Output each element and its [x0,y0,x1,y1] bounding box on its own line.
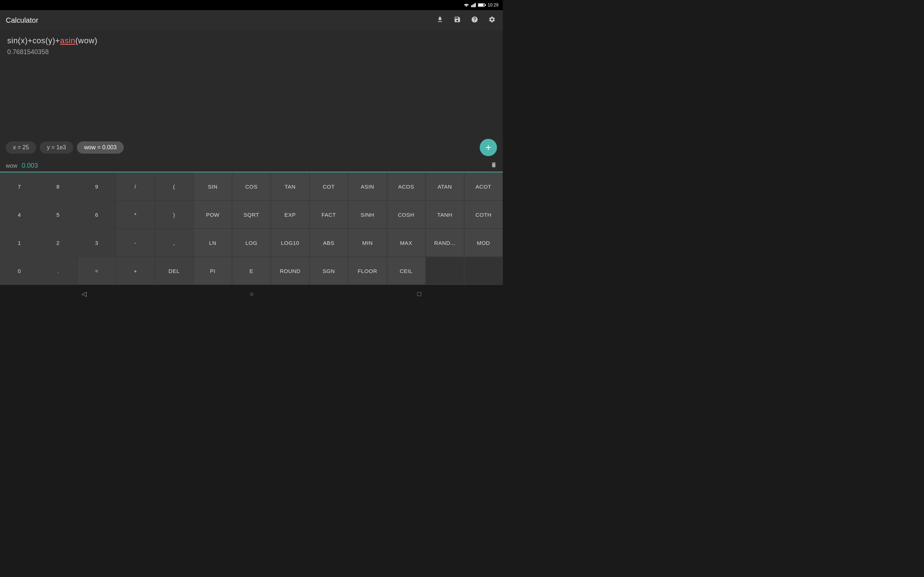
result-display: 0.7681540358 [7,48,496,56]
key-max-2-10[interactable]: MAX [387,229,426,257]
key-sqrt-1-6[interactable]: SQRT [232,200,271,229]
keyboard-row-2: 123-,LNLOGLOG10ABSMINMAXRAND...MOD [0,229,503,257]
key-sin-0-5[interactable]: SIN [194,172,232,200]
signal-icon [471,3,476,7]
svg-rect-3 [475,3,476,7]
key-1-2-0[interactable]: 1 [0,229,39,257]
key-del-3-4[interactable]: DEL [155,257,194,285]
key-ceil-3-10[interactable]: CEIL [387,257,426,285]
key-6-1-2[interactable]: 6 [77,200,116,229]
variables-row: x = 25y = 1e3wow = 0.003 + [0,135,503,160]
key-cot-0-8[interactable]: COT [309,172,348,200]
key-9-0-2[interactable]: 9 [77,172,116,200]
keyboard: 789/(SINCOSTANCOTASINACOSATANACOT456*)PO… [0,172,503,285]
key---2-3[interactable]: - [116,229,155,257]
svg-rect-1 [472,5,473,7]
home-nav-button[interactable]: ○ [249,289,255,299]
key-7-0-0[interactable]: 7 [0,172,39,200]
app-bar: Calculator [0,10,503,30]
key-exp-1-7[interactable]: EXP [271,200,309,229]
keyboard-row-1: 456*)POWSQRTEXPFACTSINHCOSHTANHCOTH [0,200,503,229]
svg-rect-0 [471,5,472,7]
keyboard-row-3: 0.=+DELPIEROUNDSGNFLOORCEIL [0,257,503,285]
key-5-1-1[interactable]: 5 [39,200,77,229]
var-pill-1[interactable]: y = 1e3 [40,141,73,154]
key-floor-3-9[interactable]: FLOOR [348,257,386,285]
key---1-3[interactable]: * [116,200,155,229]
key--3-12 [464,257,503,285]
svg-rect-5 [485,4,486,6]
key-cosh-1-10[interactable]: COSH [387,200,426,229]
key-2-2-1[interactable]: 2 [39,229,77,257]
key-min-2-9[interactable]: MIN [348,229,386,257]
key-log10-2-7[interactable]: LOG10 [271,229,309,257]
key-sinh-1-9[interactable]: SINH [348,200,386,229]
back-nav-button[interactable]: ◁ [80,288,88,299]
var-value-input[interactable] [22,162,486,169]
expression-after-underline: (wow) [76,36,97,45]
save-button[interactable] [452,15,462,26]
var-pill-0[interactable]: x = 25 [6,141,36,154]
expression-underlined: asin [60,36,75,45]
app-bar-actions [435,15,497,26]
key-e-3-6[interactable]: E [232,257,271,285]
main-content: 10:29 Calculator [0,0,503,303]
var-pill-2[interactable]: wow = 0.003 [77,141,124,154]
key---3-1[interactable]: . [39,257,77,285]
status-time: 10:29 [488,3,498,8]
key-0-3-0[interactable]: 0 [0,257,39,285]
key---0-3[interactable]: / [116,172,155,200]
key-pow-1-5[interactable]: POW [194,200,232,229]
key-atan-0-11[interactable]: ATAN [426,172,464,200]
key---0-4[interactable]: ( [155,172,194,200]
status-icons: 10:29 [464,3,498,8]
key---3-2[interactable]: = [77,257,116,285]
settings-button[interactable] [487,15,497,26]
recent-nav-button[interactable]: □ [416,289,423,299]
key-8-0-1[interactable]: 8 [39,172,77,200]
key-log-2-6[interactable]: LOG [232,229,271,257]
download-button[interactable] [435,15,445,26]
expression-before-underline: sin(x)+cos(y)+ [7,36,60,45]
key---1-4[interactable]: ) [155,200,194,229]
key-acos-0-10[interactable]: ACOS [387,172,426,200]
battery-icon [478,3,486,7]
var-name-label: wow [6,163,17,169]
key-rand----2-11[interactable]: RAND... [426,229,464,257]
add-variable-button[interactable]: + [480,139,497,156]
key-3-2-2[interactable]: 3 [77,229,116,257]
key---3-3[interactable]: + [116,257,155,285]
expression-area: sin(x)+cos(y)+asin(wow) 0.7681540358 [0,30,503,135]
svg-rect-6 [478,4,484,6]
key-abs-2-8[interactable]: ABS [309,229,348,257]
app-title: Calculator [6,16,38,24]
delete-var-button[interactable] [491,161,497,170]
key-coth-1-12[interactable]: COTH [464,200,503,229]
expression-display: sin(x)+cos(y)+asin(wow) [7,36,496,45]
key-mod-2-12[interactable]: MOD [464,229,503,257]
key-sgn-3-8[interactable]: SGN [309,257,348,285]
key-pi-3-5[interactable]: PI [194,257,232,285]
key-tanh-1-11[interactable]: TANH [426,200,464,229]
wifi-icon [464,3,469,7]
key---2-4[interactable]: , [155,229,194,257]
help-button[interactable] [470,15,480,26]
key-ln-2-5[interactable]: LN [194,229,232,257]
svg-rect-2 [473,4,475,7]
keyboard-row-0: 789/(SINCOSTANCOTASINACOSATANACOT [0,172,503,200]
variables-list: x = 25y = 1e3wow = 0.003 [6,141,124,154]
key--3-11 [426,257,464,285]
status-bar: 10:29 [0,0,503,10]
key-asin-0-9[interactable]: ASIN [348,172,386,200]
key-acot-0-12[interactable]: ACOT [464,172,503,200]
key-tan-0-7[interactable]: TAN [271,172,309,200]
key-cos-0-6[interactable]: COS [232,172,271,200]
key-fact-1-8[interactable]: FACT [309,200,348,229]
var-input-row: wow [0,160,503,172]
key-round-3-7[interactable]: ROUND [271,257,309,285]
key-4-1-0[interactable]: 4 [0,200,39,229]
nav-bar: ◁ ○ □ [0,285,503,303]
